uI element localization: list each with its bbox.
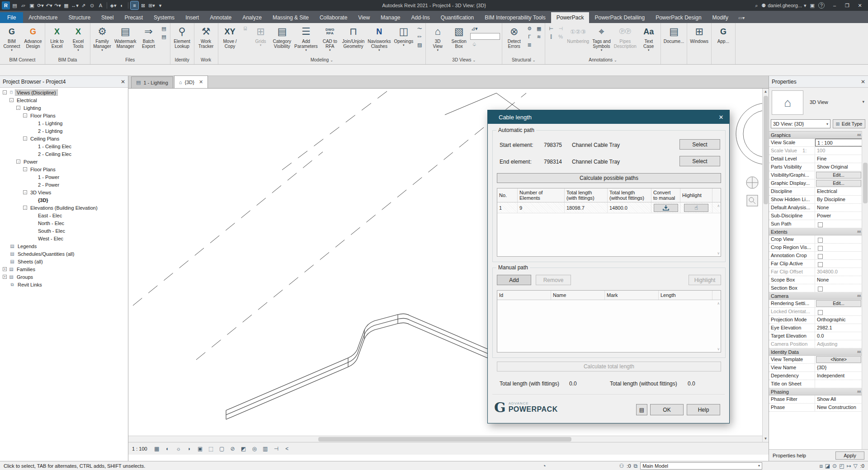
tree-item-lighting[interactable]: -Lighting bbox=[0, 104, 128, 112]
group-label-annotations[interactable]: Annotations⌄ bbox=[545, 57, 660, 64]
view-plane-icon[interactable]: ⊿▾ bbox=[470, 25, 478, 32]
group-label-structural[interactable]: Structural⌄ bbox=[502, 57, 545, 64]
tree-item-west-elec[interactable]: West - Elec bbox=[0, 235, 128, 242]
ribbon-cycle-icon[interactable]: ▭▾ bbox=[738, 15, 745, 23]
convert-to-manual-button[interactable] bbox=[654, 204, 678, 212]
collapse-icon[interactable]: - bbox=[23, 113, 27, 118]
property-value[interactable] bbox=[815, 252, 862, 259]
property-value[interactable]: {3D} bbox=[815, 364, 862, 371]
tab-massing-site[interactable]: Massing & Site bbox=[267, 12, 314, 23]
revit-app-menu-icon[interactable]: R bbox=[2, 1, 10, 9]
collapse-icon[interactable]: - bbox=[23, 136, 27, 141]
search-icon[interactable]: ⌕ bbox=[755, 3, 758, 9]
end-select-button[interactable]: Select bbox=[679, 156, 720, 166]
start-select-button[interactable]: Select bbox=[679, 139, 720, 150]
section-box-button[interactable]: ▧Section Box bbox=[448, 24, 469, 57]
property-value[interactable]: Independent bbox=[815, 372, 862, 380]
section-header-graphics[interactable]: Graphics∧∧ bbox=[769, 132, 862, 139]
help-button[interactable]: Help bbox=[687, 404, 720, 415]
tag-icon[interactable]: ⊙ bbox=[88, 1, 96, 9]
scroll-down-icon[interactable]: ▼ bbox=[763, 436, 769, 442]
crop-view-icon[interactable]: ⬚ bbox=[207, 445, 215, 453]
panel-expand-icon[interactable]: ⌄ bbox=[533, 58, 536, 62]
horizontal-scrollbar[interactable] bbox=[128, 436, 762, 442]
property-value[interactable]: 0.0 bbox=[815, 332, 862, 340]
grids-button[interactable]: ⊞Grids▾ bbox=[250, 24, 271, 57]
tree-item-legends[interactable]: ▤Legends bbox=[0, 242, 128, 250]
tree-item-2-lighting[interactable]: 2 - Lighting bbox=[0, 127, 128, 135]
property-value[interactable]: Show All bbox=[815, 395, 862, 403]
show-crop-icon[interactable]: ▢ bbox=[218, 445, 226, 453]
view-scale-button[interactable]: 1 : 100 bbox=[132, 446, 147, 451]
checkbox[interactable] bbox=[818, 246, 823, 251]
property-value[interactable]: By Discipline bbox=[815, 196, 862, 203]
close-icon[interactable]: ✕ bbox=[861, 79, 865, 85]
view-tab--3d-[interactable]: ⌂{3D}✕ bbox=[174, 75, 208, 88]
visual-style-icon[interactable]: ◐ bbox=[164, 445, 172, 453]
switch-windows-icon[interactable]: ⊞▾ bbox=[148, 1, 156, 9]
tree-item-south-elec[interactable]: South - Elec bbox=[0, 227, 128, 235]
store-icon[interactable]: ▣ bbox=[810, 3, 815, 9]
property-value[interactable]: Orthographic bbox=[815, 316, 862, 324]
sweep-icon[interactable]: 〜 bbox=[415, 25, 424, 32]
apps-button[interactable]: GApp... bbox=[713, 24, 734, 57]
framing-icon[interactable]: ▦ bbox=[535, 25, 543, 32]
section-icon[interactable]: ◐ bbox=[118, 1, 126, 9]
tab-powerpack-design[interactable]: PowerPack Design bbox=[650, 12, 707, 23]
temporary-view-properties-icon[interactable]: ▥ bbox=[261, 445, 269, 453]
property-value[interactable] bbox=[815, 244, 862, 251]
view-tab-1-lighting[interactable]: ▤1 - Lighting bbox=[131, 76, 173, 88]
text-case-button[interactable]: AaText Case▾ bbox=[638, 24, 659, 57]
export-doc2-icon[interactable]: ▤ bbox=[160, 33, 168, 40]
tab-systems[interactable]: Systems bbox=[148, 12, 180, 23]
windows-button[interactable]: ⊞Windows bbox=[689, 24, 710, 57]
property-value[interactable]: 304800.0 bbox=[815, 268, 862, 276]
tags-and-symbols-button[interactable]: ⌖Tags and Symbols▾ bbox=[591, 24, 612, 57]
design-options-select[interactable]: Main Model▾ bbox=[640, 462, 762, 470]
tree-item-ceiling-plans[interactable]: -Ceiling Plans bbox=[0, 135, 128, 142]
layers-icon[interactable]: ≋ bbox=[535, 33, 543, 40]
aligned-dimension-icon[interactable]: ⇗ bbox=[80, 1, 87, 9]
collapse-icon[interactable]: - bbox=[16, 160, 20, 164]
tab-view[interactable]: View bbox=[353, 12, 375, 23]
group-label-modeling[interactable]: Modeling⌄ bbox=[218, 57, 426, 64]
section-header-identity-data[interactable]: Identity Data∧∧ bbox=[769, 348, 862, 356]
navisworks-clashes-button[interactable]: NNavisworks Clashes▾ bbox=[366, 24, 392, 57]
dim-multi-icon[interactable]: ⫿ bbox=[547, 33, 555, 40]
cad-to-rfa-button[interactable]: DWG RFACAD to RFA▾ bbox=[320, 24, 340, 57]
excel-tools-button[interactable]: XExcel Tools▾ bbox=[68, 24, 89, 57]
collapse-icon[interactable]: - bbox=[16, 106, 20, 110]
property-value[interactable]: Adjusting bbox=[815, 340, 862, 348]
properties-scrollbar[interactable] bbox=[862, 131, 868, 449]
default-3d-view-icon[interactable]: ◈▾ bbox=[109, 1, 117, 9]
property-edit-button[interactable]: Edit... bbox=[816, 172, 861, 179]
close-button[interactable]: ✕ bbox=[854, 0, 866, 10]
close-icon[interactable]: ✕ bbox=[121, 79, 125, 85]
undo-icon[interactable]: ↶▾ bbox=[45, 1, 53, 9]
bim-connect-button[interactable]: GBIM Connect▾ bbox=[1, 24, 22, 57]
group-label-3d-views[interactable]: 3D Views⌄ bbox=[426, 57, 502, 64]
tab-modify[interactable]: Modify bbox=[707, 12, 734, 23]
numbering-button[interactable]: ①②③Numbering bbox=[566, 24, 590, 57]
tree-item-2-power[interactable]: 2 - Power bbox=[0, 181, 128, 188]
tree-item-families[interactable]: +▤Families bbox=[0, 265, 128, 273]
tree-item-1-ceiling-elec[interactable]: 1 - Ceiling Elec bbox=[0, 142, 128, 150]
annotation-box-icon[interactable]: ⌻ bbox=[241, 25, 250, 32]
editing-requests-icon[interactable]: ⚇ bbox=[619, 463, 624, 469]
expand-icon[interactable]: + bbox=[3, 267, 7, 271]
property-value[interactable]: Power bbox=[815, 212, 862, 220]
unlocked-view-icon[interactable]: ⊘ bbox=[229, 445, 237, 453]
tree-item-floor-plans[interactable]: -Floor Plans bbox=[0, 112, 128, 119]
advance-design-button[interactable]: GAdvance Design bbox=[23, 24, 43, 57]
redo-icon[interactable]: ↷▾ bbox=[54, 1, 61, 9]
tree-item-2-ceiling-elec[interactable]: 2 - Ceiling Elec bbox=[0, 150, 128, 158]
worksharing-icon[interactable]: ◔ bbox=[542, 463, 546, 469]
property-value[interactable] bbox=[815, 235, 862, 243]
filter-icon[interactable]: ▽ bbox=[854, 463, 858, 469]
remove-button[interactable]: Remove bbox=[536, 275, 571, 285]
select-pinned-icon[interactable]: ⊙ bbox=[832, 463, 837, 469]
text-icon[interactable]: A bbox=[97, 1, 104, 9]
collapse-icon[interactable]: - bbox=[23, 206, 27, 210]
property-edit-button[interactable]: Edit... bbox=[816, 180, 861, 187]
select-underlay-icon[interactable]: ◪ bbox=[825, 463, 830, 469]
